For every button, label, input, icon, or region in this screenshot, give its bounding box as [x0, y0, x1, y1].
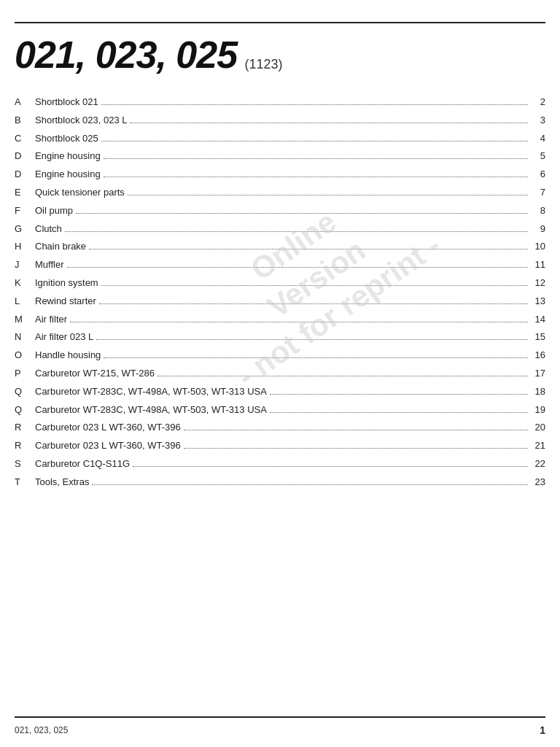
toc-row: FOil pump8: [15, 204, 545, 219]
toc-page: 2: [531, 95, 545, 110]
toc-row: RCarburetor 023 L WT-360, WT-39620: [15, 420, 545, 436]
toc-dots: [184, 430, 528, 430]
toc-letter: D: [15, 167, 35, 182]
toc-label: Shortblock 0254: [35, 131, 545, 147]
toc-label: Carburetor WT-215, WT-28617: [35, 366, 545, 382]
toc-row: CShortblock 0254: [15, 131, 545, 147]
toc-dots: [67, 267, 529, 268]
toc-label: Handle housing16: [35, 348, 545, 363]
toc-label: Carburetor 023 L WT-360, WT-39621: [35, 438, 545, 454]
toc-row: EQuick tensioner parts7: [15, 185, 545, 201]
subtitle: (1123): [245, 57, 283, 71]
toc-page: 20: [531, 420, 545, 436]
toc-dots: [76, 213, 528, 214]
toc-page: 15: [531, 330, 545, 345]
bottom-border: [15, 716, 545, 718]
toc-text: Carburetor WT-215, WT-286: [35, 366, 155, 382]
toc-page: 6: [531, 167, 545, 182]
toc-label: Air filter 023 L15: [35, 330, 545, 345]
toc-page: 13: [531, 294, 545, 309]
toc-row: KIgnition system12: [15, 276, 545, 291]
toc-row: OHandle housing16: [15, 348, 545, 363]
toc-dots: [104, 177, 528, 177]
toc-dots: [101, 141, 528, 142]
toc-letter: O: [15, 348, 35, 363]
toc-page: 7: [531, 185, 545, 201]
toc-page: 11: [531, 258, 545, 273]
toc-text: Muffler: [35, 258, 64, 273]
header-section: 021, 023, 025 (1123): [15, 33, 545, 77]
toc-text: Oil pump: [35, 204, 73, 219]
toc-text: Clutch: [35, 222, 62, 237]
toc-row: SCarburetor C1Q-S11G22: [15, 457, 545, 472]
toc-text: Air filter: [35, 312, 67, 328]
toc-letter: G: [15, 222, 35, 237]
toc-label: Carburetor WT-283C, WT-498A, WT-503, WT-…: [35, 384, 545, 400]
footer: 021, 023, 025 1: [15, 724, 545, 736]
toc-label: Air filter14: [35, 312, 545, 328]
toc-dots: [70, 322, 528, 322]
toc-text: Shortblock 023, 023 L: [35, 113, 127, 128]
toc-row: RCarburetor 023 L WT-360, WT-39621: [15, 438, 545, 454]
toc-dots: [130, 123, 528, 123]
toc-label: Engine housing5: [35, 149, 545, 164]
toc-page: 10: [531, 239, 545, 255]
toc-label: Rewind starter13: [35, 294, 545, 309]
toc-dots: [104, 158, 528, 159]
toc-page: 21: [531, 438, 545, 454]
toc-letter: K: [15, 276, 35, 291]
footer-title: 021, 023, 025: [15, 725, 68, 735]
toc-label: Engine housing6: [35, 167, 545, 182]
toc-text: Carburetor WT-283C, WT-498A, WT-503, WT-…: [35, 403, 267, 418]
toc-dots: [99, 303, 528, 304]
toc-page: 14: [531, 312, 545, 328]
toc-label: Chain brake10: [35, 239, 545, 255]
toc-label: Muffler11: [35, 258, 545, 273]
toc-page: 23: [531, 475, 545, 490]
toc-row: QCarburetor WT-283C, WT-498A, WT-503, WT…: [15, 403, 545, 418]
toc-text: Air filter 023 L: [35, 330, 93, 345]
toc-dots: [133, 466, 528, 467]
toc-page: 5: [531, 149, 545, 164]
toc-letter: Q: [15, 384, 35, 400]
toc-text: Carburetor C1Q-S11G: [35, 457, 130, 472]
toc-dots: [158, 376, 528, 376]
footer-page-number: 1: [540, 724, 545, 736]
top-border: [15, 22, 545, 23]
toc-letter: J: [15, 258, 35, 273]
toc-page: 12: [531, 276, 545, 291]
toc-text: Rewind starter: [35, 294, 96, 309]
toc-letter: B: [15, 113, 35, 128]
toc-label: Tools, Extras23: [35, 475, 545, 490]
toc-dots: [89, 249, 528, 249]
toc-label: Quick tensioner parts7: [35, 185, 545, 201]
toc-label: Carburetor 023 L WT-360, WT-39620: [35, 420, 545, 436]
toc-row: JMuffler11: [15, 258, 545, 273]
toc-letter: L: [15, 294, 35, 309]
toc-text: Engine housing: [35, 149, 101, 164]
toc-letter: A: [15, 95, 35, 110]
toc-letter: E: [15, 185, 35, 201]
toc-label: Shortblock 0212: [35, 95, 545, 110]
toc-page: 3: [531, 113, 545, 128]
toc-dots: [92, 484, 528, 485]
toc-letter: S: [15, 457, 35, 472]
toc-letter: N: [15, 330, 35, 345]
toc-row: DEngine housing5: [15, 149, 545, 164]
toc-page: 22: [531, 457, 545, 472]
toc-letter: D: [15, 149, 35, 164]
toc-label: Carburetor C1Q-S11G22: [35, 457, 545, 472]
toc-row: PCarburetor WT-215, WT-28617: [15, 366, 545, 382]
toc-text: Engine housing: [35, 167, 101, 182]
toc-letter: F: [15, 204, 35, 219]
toc-dots: [270, 394, 528, 395]
toc-letter: R: [15, 438, 35, 454]
toc-text: Quick tensioner parts: [35, 185, 125, 201]
toc-row: NAir filter 023 L15: [15, 330, 545, 345]
toc-text: Shortblock 021: [35, 95, 98, 110]
toc-page: 9: [531, 222, 545, 237]
toc-label: Carburetor WT-283C, WT-498A, WT-503, WT-…: [35, 403, 545, 418]
toc-row: BShortblock 023, 023 L3: [15, 113, 545, 128]
toc-page: 19: [531, 403, 545, 418]
toc-row: QCarburetor WT-283C, WT-498A, WT-503, WT…: [15, 384, 545, 400]
